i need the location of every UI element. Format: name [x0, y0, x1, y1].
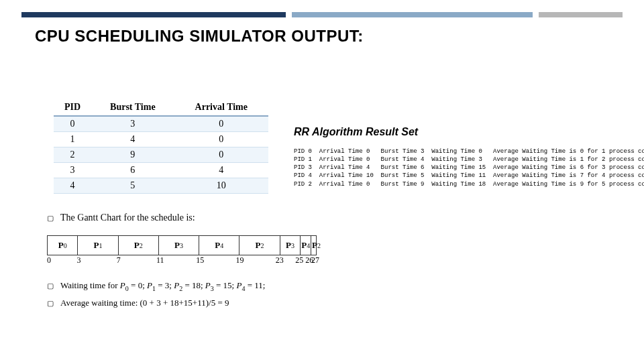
gantt-segment: P2 — [311, 236, 321, 255]
gantt-segment: P1 — [78, 236, 118, 255]
col-arr: Arrival Time — [174, 99, 268, 116]
gantt-segment: P4 — [199, 236, 239, 255]
gantt-segment: P4 — [301, 236, 311, 255]
gantt-segment: P2 — [119, 236, 159, 255]
result-text: PID 0 Arrival Time 0 Burst Time 3 Waitin… — [294, 147, 629, 188]
gantt-tick: 19 — [235, 255, 275, 265]
gantt-tick: 15 — [196, 255, 235, 265]
gantt-tick: 25 — [295, 255, 305, 265]
notes: ▢Waiting time for P0 = 0; P1 = 3; P2 = 1… — [47, 278, 275, 310]
waiting-line: ▢Waiting time for P0 = 0; P1 = 3; P2 = 1… — [47, 278, 275, 295]
col-burst: Burst Time — [91, 99, 174, 116]
gantt-chart: P0P1P2P3P4P2P3P4P2 — [47, 235, 317, 255]
bar-gap — [286, 12, 292, 17]
table-header-row: PID Burst Time Arrival Time — [54, 99, 268, 116]
average-line: ▢Average waiting time: (0 + 3 + 18+15+11… — [47, 295, 275, 310]
table-row: 140 — [54, 132, 268, 147]
decorative-top-bar — [21, 12, 623, 17]
col-pid: PID — [54, 99, 91, 116]
gantt-segment: P2 — [239, 236, 280, 255]
bullet-icon: ▢ — [47, 214, 54, 222]
gantt-tick: 11 — [156, 255, 196, 265]
result-title: RR Algorithm Result Set — [294, 126, 629, 138]
bar-light — [292, 12, 532, 17]
bullet-icon: ▢ — [47, 282, 54, 290]
gantt-segment: P3 — [280, 236, 301, 255]
bar-gap-2 — [533, 12, 539, 17]
gantt-caption: ▢The Gantt Chart for the schedule is: — [47, 213, 275, 223]
gantt-segment: P3 — [159, 236, 199, 255]
result-panel: RR Algorithm Result Set PID 0 Arrival Ti… — [294, 126, 629, 188]
bar-navy — [21, 12, 286, 17]
gantt-segment: P0 — [48, 236, 78, 255]
gantt-tick: 7 — [117, 255, 156, 265]
left-panel: PID Burst Time Arrival Time 030 140 290 … — [54, 99, 275, 310]
table-row: 290 — [54, 147, 268, 163]
bar-gray — [539, 12, 623, 17]
gantt-tick: 0 — [47, 255, 76, 265]
process-table: PID Burst Time Arrival Time 030 140 290 … — [54, 99, 268, 194]
slide: CPU SCHEDULING SIMULATOR OUTPUT: PID Bur… — [0, 12, 644, 362]
page-title: CPU SCHEDULING SIMULATOR OUTPUT: — [35, 27, 644, 46]
bullet-icon: ▢ — [47, 299, 54, 307]
table-row: 364 — [54, 163, 268, 178]
gantt-tick: 27 — [311, 255, 319, 265]
table-row: 4510 — [54, 178, 268, 194]
gantt-ticks: 03711151923252627 — [47, 255, 315, 265]
table-row: 030 — [54, 116, 268, 132]
gantt-tick: 23 — [276, 255, 296, 265]
gantt-tick: 3 — [76, 255, 116, 265]
